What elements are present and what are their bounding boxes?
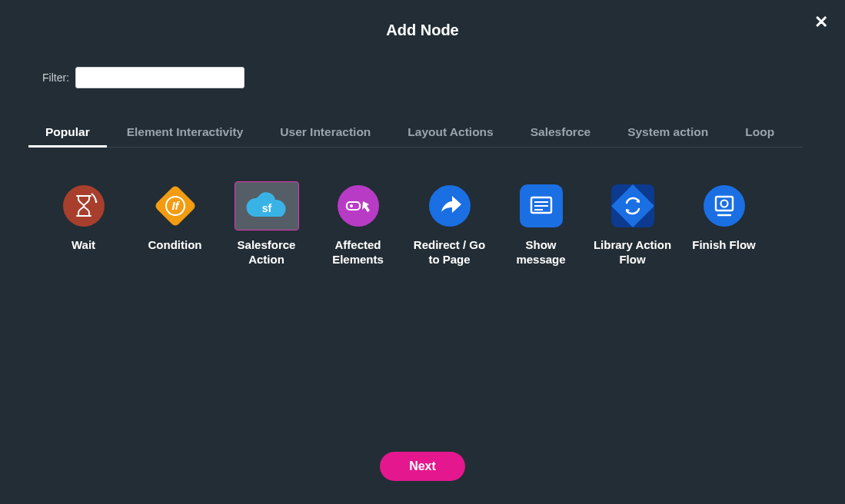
node-label: Redirect / Go to Page [408,238,491,267]
affected-elements-icon [337,184,380,227]
hourglass-icon [62,184,105,227]
message-icon [520,184,563,227]
node-affected-elements[interactable]: Affected Elements [317,181,399,267]
node-show-message[interactable]: Show message [500,181,582,267]
node-redirect[interactable]: Redirect / Go to Page [408,181,491,267]
modal-title: Add Node [42,0,803,39]
svg-point-7 [350,204,353,207]
node-label: Library Action Flow [591,238,674,267]
tab-user-interaction[interactable]: User Interaction [277,119,374,147]
condition-icon: If [154,184,197,227]
node-label: Condition [148,238,202,253]
node-library-action-flow[interactable]: Library Action Flow [591,181,674,267]
tab-layout-actions[interactable]: Layout Actions [404,119,496,147]
tabs: Popular Element Interactivity User Inter… [42,119,803,148]
svg-text:sf: sf [261,202,271,214]
node-wait[interactable]: Wait [42,181,125,267]
tab-system-action[interactable]: System action [624,119,711,147]
svg-point-15 [704,185,745,227]
filter-input[interactable] [75,67,245,88]
node-label: Show message [500,238,582,267]
node-condition[interactable]: If Condition [134,181,216,267]
add-node-modal: Add Node ✕ Filter: Popular Element Inter… [0,0,845,504]
filter-row: Filter: [42,67,803,88]
tab-loop[interactable]: Loop [742,119,777,147]
next-button[interactable]: Next [380,452,465,481]
node-label: Wait [72,238,95,253]
salesforce-cloud-icon: sf [245,189,289,223]
node-label: Affected Elements [317,238,399,267]
redirect-arrow-icon [428,184,471,227]
node-salesforce-action[interactable]: sf Salesforce Action [225,181,308,267]
tab-element-interactivity[interactable]: Element Interactivity [124,119,247,147]
node-label: Salesforce Action [225,238,308,267]
node-finish-flow[interactable]: Finish Flow [683,181,765,267]
node-grid: Wait If Condition sf Salesforce Action [42,181,803,267]
close-button[interactable]: ✕ [814,14,828,31]
tab-popular[interactable]: Popular [42,119,93,147]
modal-footer: Next [0,452,845,481]
svg-point-5 [338,185,379,227]
flow-refresh-icon [611,184,654,227]
node-label: Finish Flow [692,238,756,253]
finish-flow-icon [703,184,746,227]
filter-label: Filter: [42,71,69,84]
tab-salesforce[interactable]: Salesforce [527,119,594,147]
